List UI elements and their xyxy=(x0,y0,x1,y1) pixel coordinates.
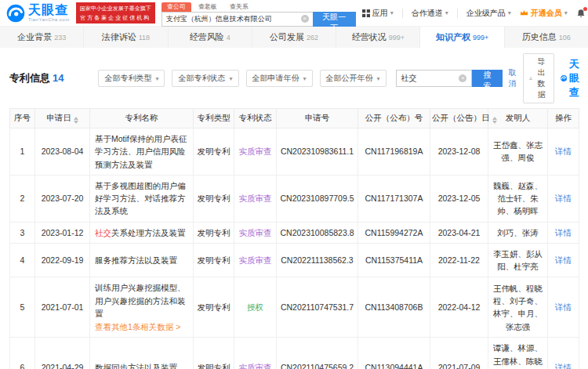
cell-apply-date: 2021-04-29 xyxy=(35,338,90,369)
filter-toolbar: 专利信息14 全部专利类型▾全部专利状态▾全部申请年份▾全部公开年份▾ 社交 ×… xyxy=(0,48,588,108)
nav-apps-label: 应用 xyxy=(372,8,388,19)
detail-link[interactable]: 详情 xyxy=(555,147,572,156)
nav-enterprise-products[interactable]: 企业级产品 ▾ xyxy=(466,8,511,19)
sort-icon[interactable] xyxy=(492,117,497,124)
cell-patent-status: 授权 xyxy=(234,277,277,338)
cell-patent-status: 实质审查 xyxy=(234,243,277,277)
tab-经营状况[interactable]: 经营状况999+ xyxy=(336,27,420,48)
cell-application-no: CN202211138562.3 xyxy=(277,243,358,277)
table-row: 6 2021-04-29 数据同步方法以及装置 发明专利 实质审查 CN2021… xyxy=(10,338,579,369)
cancel-search-link[interactable]: 取消 xyxy=(509,67,517,89)
filter-dropdown[interactable]: 全部专利状态▾ xyxy=(172,70,238,87)
cell-apply-date: 2023-07-20 xyxy=(35,175,90,222)
company-search-input[interactable]: 支付宝（杭州）信息技术有限公司 × xyxy=(162,12,313,27)
badge-line2: 官方备案企业征信机构 xyxy=(80,13,151,22)
tab-知识产权[interactable]: 知识产权999+ xyxy=(420,27,504,48)
cell-publication-date: 2023-04-21 xyxy=(430,222,488,243)
detail-link[interactable]: 详情 xyxy=(555,194,572,203)
search-tabs: 查公司查老板查关系 xyxy=(162,2,356,12)
cell-patent-type: 发明专利 xyxy=(194,128,234,175)
detail-link[interactable]: 详情 xyxy=(555,302,572,312)
cell-patent-name: 数据同步方法以及装置 xyxy=(90,338,194,369)
header-search: 查公司查老板查关系 支付宝（杭州）信息技术有限公司 × 天眼一下 xyxy=(162,0,356,27)
logo-subtext: TianYanCha.com xyxy=(28,17,70,22)
search-scope-tab[interactable]: 查关系 xyxy=(224,2,254,12)
cell-patent-type: 发明专利 xyxy=(194,277,234,338)
nav-cooperation-label: 合作通道 xyxy=(412,8,443,19)
chevron-down-icon: ▾ xyxy=(564,9,568,16)
tab-历史信息[interactable]: 历史信息106 xyxy=(505,27,588,48)
nav-open-vip-label: 开通会员 xyxy=(531,8,562,19)
clear-keyword-icon[interactable]: × xyxy=(459,74,466,82)
keyword-value: 社交 xyxy=(401,73,417,84)
sort-icon[interactable] xyxy=(74,117,78,124)
cell-application-no: CN202110747531.7 xyxy=(277,277,358,338)
apps-grid-icon xyxy=(362,9,370,17)
keyword-search-input[interactable]: 社交 × xyxy=(396,70,473,87)
company-section-tabs: 企业背景233法律诉讼118经营风险4公司发展262经营状况999+知识产权99… xyxy=(0,27,588,48)
tab-企业背景[interactable]: 企业背景233 xyxy=(0,27,84,48)
keyword-highlight: 社交 xyxy=(95,228,111,237)
related-data-link[interactable]: 查看其他1条相关数据 > xyxy=(95,320,188,333)
keyword-search-button[interactable]: 搜索 xyxy=(472,70,502,87)
column-header: 发明人 xyxy=(488,109,548,128)
export-data-button[interactable]: 导出数据 xyxy=(523,53,554,103)
detail-link[interactable]: 详情 xyxy=(555,228,572,237)
notification-dot xyxy=(583,7,587,11)
detail-link[interactable]: 详情 xyxy=(555,363,572,369)
detail-link[interactable]: 详情 xyxy=(555,255,572,265)
cell-patent-name: 服务推荐方法以及装置 xyxy=(90,243,194,277)
filter-dropdown[interactable]: 全部专利类型▾ xyxy=(98,70,165,87)
clear-input-icon[interactable]: × xyxy=(301,15,309,23)
column-header[interactable]: 申请日 xyxy=(35,109,90,128)
nav-cooperation[interactable]: 合作通道 ▾ xyxy=(412,8,448,19)
nav-open-vip[interactable]: 开通会员 ▾ xyxy=(520,8,568,19)
table-row: 5 2021-07-01 训练用户兴趣挖掘模型、用户兴趣挖掘的方法和装置查看其他… xyxy=(10,277,579,338)
header-search-button[interactable]: 天眼一下 xyxy=(313,12,356,27)
chevron-down-icon: ▾ xyxy=(377,75,380,82)
table-row: 1 2023-08-04 基于Motif保持的用户表征学习方法、用户信用风险预测… xyxy=(10,128,579,175)
search-scope-tab[interactable]: 查老板 xyxy=(193,2,223,12)
cell-application-no: CN202310897709.5 xyxy=(277,175,358,222)
cell-inventors: 王岱鑫、张志强、周俊 xyxy=(488,128,548,175)
column-header: 申请号 xyxy=(277,109,358,128)
chevron-down-icon: ▾ xyxy=(229,75,232,82)
download-icon xyxy=(529,74,532,82)
section-title: 专利信息14 xyxy=(9,71,64,85)
crown-icon xyxy=(520,9,528,16)
cell-apply-date: 2023-01-12 xyxy=(35,222,90,243)
cell-patent-status: 实质审查 xyxy=(234,222,277,243)
cell-patent-status: 实质审查 xyxy=(234,175,277,222)
cell-patent-type: 发明专利 xyxy=(194,243,234,277)
notification-bell[interactable] xyxy=(576,9,586,18)
filter-dropdown[interactable]: 全部公开年份▾ xyxy=(320,70,387,87)
tianyancha-logo[interactable]: 天眼查 TianYanCha.com xyxy=(6,4,70,23)
cell-publication-no: CN115994272A xyxy=(358,222,430,243)
eye-logo-icon xyxy=(6,4,25,23)
patent-count: 14 xyxy=(53,72,64,84)
cell-patent-status: 实质审查 xyxy=(234,338,277,369)
cell-patent-type: 发明专利 xyxy=(194,338,234,369)
patent-table: 序号申请日专利名称专利类型专利状态申请号公开（公布）号公开（公告）日发明人操作 … xyxy=(9,108,579,369)
tab-经营风险[interactable]: 经营风险4 xyxy=(169,27,252,48)
cell-publication-date: 2023-12-05 xyxy=(430,175,488,222)
cell-inventors: 王伟帆、程晓程、刘子奇、林宇、申月、张志强 xyxy=(488,277,548,338)
section-title-text: 专利信息 xyxy=(9,72,50,84)
column-header[interactable]: 公开（公告）日 xyxy=(430,109,488,128)
chevron-down-icon: ▾ xyxy=(508,9,511,16)
cell-patent-name: 基于Motif保持的用户表征学习方法、用户信用风险预测方法及装置 xyxy=(90,128,194,175)
table-row: 3 2023-01-12 社交关系处理方法及装置 发明专利 实质审查 CN202… xyxy=(10,222,579,243)
filter-dropdown[interactable]: 全部申请年份▾ xyxy=(246,70,313,87)
table-row: 4 2022-09-19 服务推荐方法以及装置 发明专利 实质审查 CN2022… xyxy=(10,243,579,277)
top-bar: 天眼查 TianYanCha.com 国家中小企业发展子基金旗下 官方备案企业征… xyxy=(0,0,588,27)
tab-公司发展[interactable]: 公司发展262 xyxy=(252,27,336,48)
search-scope-tab[interactable]: 查公司 xyxy=(162,2,191,12)
nav-apps[interactable]: 应用 ▾ xyxy=(362,8,394,19)
cell-inventors: 刘巧、张涛 xyxy=(488,222,548,243)
certification-badge: 国家中小企业发展子基金旗下 官方备案企业征信机构 xyxy=(76,2,155,23)
tab-法律诉讼[interactable]: 法律诉讼118 xyxy=(84,27,168,48)
cell-publication-date: 2021-07-09 xyxy=(430,338,488,369)
cell-patent-name: 基于多视图超图的用户偏好学习方法、对话推荐方法及系统 xyxy=(90,175,194,222)
table-body: 1 2023-08-04 基于Motif保持的用户表征学习方法、用户信用风险预测… xyxy=(10,128,579,369)
cell-publication-no: CN113094441A xyxy=(358,338,430,369)
